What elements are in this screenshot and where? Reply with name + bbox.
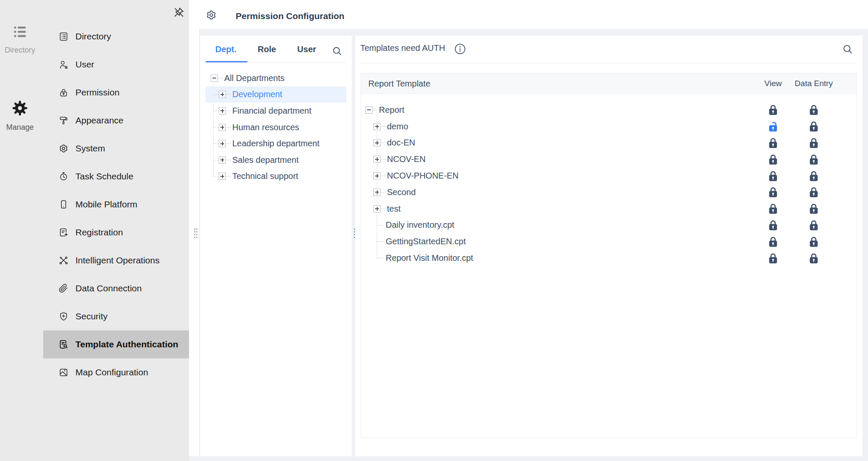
template-label: demo (387, 122, 408, 131)
column-header-data-entry: Data Entry (795, 73, 833, 94)
view-lock[interactable] (769, 236, 778, 247)
rail-item-manage[interactable]: Manage (0, 100, 40, 132)
template-row-ncov-en[interactable]: NCOV-EN (361, 151, 856, 168)
template-table: Report Template View Data Entry Report d… (361, 73, 857, 438)
org-selector-panel: Dept. Role User All Departments Developm… (200, 36, 352, 456)
panel-title: Templates need AUTH (360, 43, 445, 53)
data-entry-lock[interactable] (810, 170, 818, 182)
menu-item-task-schedule[interactable]: Task Schedule (43, 162, 189, 190)
tree-row-leadership-department[interactable]: Leadership department (206, 135, 346, 152)
expand-toggle[interactable] (219, 107, 226, 115)
data-entry-lock[interactable] (810, 236, 818, 247)
menu-item-label: Security (75, 311, 108, 321)
expand-toggle[interactable] (373, 172, 381, 179)
expand-toggle[interactable] (219, 173, 226, 180)
tab-divider (206, 62, 346, 63)
menu-item-mobile-platform[interactable]: Mobile Platform (43, 190, 189, 218)
tree-row-sales-department[interactable]: Sales department (206, 152, 346, 168)
menu-item-label: Registration (75, 227, 123, 237)
view-lock[interactable] (769, 170, 778, 182)
expand-toggle[interactable] (219, 91, 226, 98)
rail-item-directory[interactable]: Directory (0, 25, 40, 55)
expand-toggle[interactable] (219, 156, 226, 164)
data-entry-lock[interactable] (810, 252, 818, 264)
directory-icon (58, 31, 69, 42)
template-row-daily-inventory[interactable]: Daily inventory.cpt (361, 217, 856, 234)
data-entry-lock[interactable] (810, 104, 818, 116)
template-row-doc-en[interactable]: doc-EN (361, 135, 856, 151)
view-lock[interactable] (769, 104, 778, 116)
panel-divider (360, 63, 857, 63)
data-entry-lock[interactable] (810, 219, 818, 231)
view-lock[interactable] (769, 121, 778, 132)
collapse-toggle[interactable] (211, 75, 218, 82)
data-entry-lock[interactable] (810, 137, 818, 148)
menu-item-directory[interactable]: Directory (43, 22, 189, 50)
expand-toggle[interactable] (373, 205, 381, 212)
tree-node-label: Sales department (232, 155, 299, 165)
menu-item-map-configuration[interactable]: Map Configuration (43, 358, 189, 386)
expand-toggle[interactable] (373, 189, 381, 196)
menu-item-template-authentication[interactable]: Template Authentication (43, 330, 189, 358)
template-label: GettingStartedEN.cpt (386, 237, 466, 246)
menu-item-system[interactable]: System (43, 134, 189, 162)
expand-toggle[interactable] (219, 124, 226, 131)
menu-item-security[interactable]: Security (43, 302, 189, 330)
tab-user[interactable]: User (297, 45, 316, 54)
menu-item-label: Data Connection (75, 283, 142, 293)
expand-toggle[interactable] (373, 156, 381, 163)
unpin-sidebar-button[interactable] (172, 6, 185, 19)
template-row-gettingstarteden[interactable]: GettingStartedEN.cpt (361, 233, 856, 250)
template-label: NCOV-PHONE-EN (387, 171, 459, 181)
sidebar-resizer[interactable] (189, 29, 200, 456)
tree-row-all-departments[interactable]: All Departments (206, 70, 346, 87)
search-icon[interactable] (332, 46, 342, 56)
template-label: Daily inventory.cpt (386, 220, 454, 230)
tree-row-development[interactable]: Development (206, 87, 346, 103)
menu-item-user[interactable]: User (43, 50, 189, 78)
tree-row-technical-support[interactable]: Technical support (206, 168, 346, 185)
collapse-toggle[interactable] (365, 106, 373, 114)
expand-toggle[interactable] (373, 123, 381, 130)
view-lock[interactable] (769, 187, 778, 198)
tree-row-human-resources[interactable]: Human resources (206, 119, 346, 136)
template-row-report-visit-monitor[interactable]: Report Visit Monitor.cpt (361, 250, 856, 266)
template-label: Report Visit Monitor.cpt (386, 253, 473, 263)
template-label: NCOV-EN (387, 154, 426, 164)
data-entry-lock[interactable] (810, 203, 818, 215)
gear-icon (58, 143, 69, 154)
template-row-report[interactable]: Report (361, 102, 856, 118)
template-row-ncov-phone-en[interactable]: NCOV-PHONE-EN (361, 168, 856, 184)
view-lock[interactable] (769, 252, 778, 264)
expand-toggle[interactable] (373, 139, 381, 146)
tab-role[interactable]: Role (258, 45, 276, 54)
module-rail: Directory Manage (0, 0, 43, 461)
menu-item-permission[interactable]: Permission (43, 78, 189, 106)
tab-dept[interactable]: Dept. (215, 45, 236, 54)
expand-toggle[interactable] (219, 140, 226, 147)
view-lock[interactable] (769, 137, 778, 148)
template-row-second[interactable]: Second (361, 184, 856, 201)
tree-node-label: Development (232, 89, 282, 99)
search-icon[interactable] (842, 44, 853, 55)
data-entry-lock[interactable] (810, 121, 818, 132)
menu-item-label: Appearance (75, 115, 123, 126)
menu-item-registration[interactable]: Registration (43, 218, 189, 246)
template-row-test[interactable]: test (361, 201, 856, 217)
data-entry-lock[interactable] (810, 187, 818, 198)
menu-item-label: Directory (75, 31, 111, 42)
tree-row-financial-department[interactable]: Financial department (206, 103, 346, 119)
data-entry-lock[interactable] (810, 154, 818, 165)
menu-item-data-connection[interactable]: Data Connection (43, 274, 189, 302)
menu-item-appearance[interactable]: Appearance (43, 106, 189, 134)
info-icon[interactable] (454, 43, 466, 55)
sidebar-resize-handle[interactable] (194, 228, 198, 238)
network-icon (58, 255, 69, 265)
view-lock[interactable] (769, 203, 778, 215)
template-row-demo[interactable]: demo (361, 118, 856, 135)
view-lock[interactable] (769, 219, 778, 231)
column-header-view: View (765, 73, 782, 94)
user-icon (58, 59, 69, 70)
menu-item-intelligent-operations[interactable]: Intelligent Operations (43, 246, 189, 274)
view-lock[interactable] (769, 154, 778, 165)
